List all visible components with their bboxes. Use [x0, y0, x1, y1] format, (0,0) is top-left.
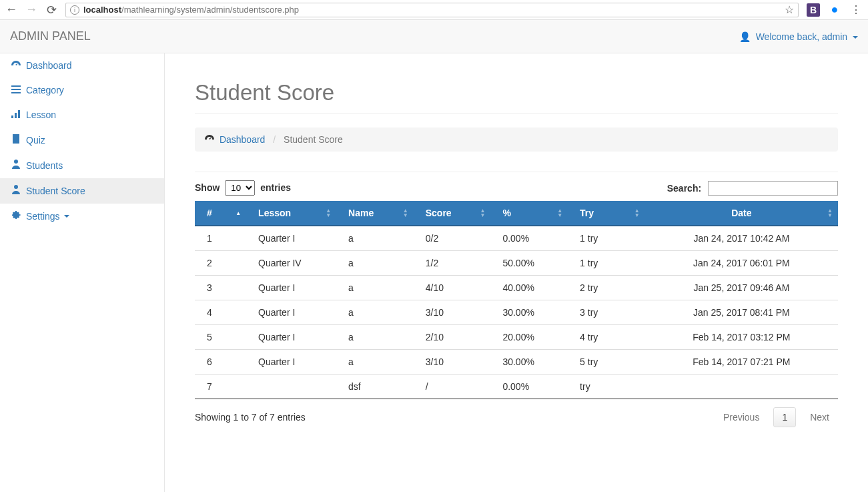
table-header-row: #▲ Lesson▲▼ Name▲▼ Score▲▼ %▲▼ Try▲▼ Dat… — [195, 201, 838, 226]
breadcrumb-home-link[interactable]: Dashboard — [220, 134, 266, 145]
page-length-select[interactable]: 10 — [225, 180, 255, 196]
cell-lesson: Quarter I — [246, 300, 336, 325]
cell-score: 0/2 — [414, 226, 491, 251]
cell-name: a — [336, 251, 414, 276]
chart-icon — [10, 109, 22, 120]
cell-num: 3 — [195, 276, 246, 300]
cell-try: 3 try — [568, 300, 645, 325]
sidebar-item-student-score[interactable]: Student Score — [0, 178, 164, 204]
table-footer: Showing 1 to 7 of 7 entries Previous 1 N… — [195, 407, 838, 427]
col-try[interactable]: Try▲▼ — [568, 201, 645, 226]
sidebar-item-label: Lesson — [26, 109, 56, 120]
cell-name: a — [336, 300, 414, 325]
back-button[interactable]: ← — [5, 3, 17, 17]
user-menu[interactable]: 👤 Welcome back, admin — [739, 31, 858, 42]
cell-num: 7 — [195, 375, 246, 399]
document-icon — [10, 134, 22, 146]
search-control: Search: — [667, 181, 838, 196]
welcome-text: Welcome back, admin — [756, 31, 847, 42]
info-icon[interactable]: i — [70, 5, 79, 15]
col-lesson[interactable]: Lesson▲▼ — [246, 201, 336, 226]
cell-score: / — [414, 375, 491, 399]
table-row: 4Quarter Ia3/1030.00%3 tryJan 25, 2017 0… — [195, 300, 838, 325]
cell-pct: 20.00% — [490, 325, 568, 350]
cell-num: 6 — [195, 350, 246, 375]
next-button[interactable]: Next — [801, 407, 838, 427]
cell-pct: 0.00% — [490, 375, 568, 399]
cell-pct: 50.00% — [490, 251, 568, 276]
sidebar-item-lesson[interactable]: Lesson — [0, 103, 164, 128]
cell-pct: 30.00% — [490, 350, 568, 375]
cell-lesson: Quarter I — [246, 226, 336, 251]
cell-lesson: Quarter I — [246, 325, 336, 350]
table-info: Showing 1 to 7 of 7 entries — [195, 412, 306, 423]
cell-num: 5 — [195, 325, 246, 350]
sidebar-item-settings[interactable]: Settings — [0, 204, 164, 229]
cell-date: Jan 25, 2017 08:41 PM — [645, 300, 838, 325]
sidebar-item-dashboard[interactable]: Dashboard — [0, 53, 164, 78]
table-row: 1Quarter Ia0/20.00%1 tryJan 24, 2017 10:… — [195, 226, 838, 251]
previous-button[interactable]: Previous — [715, 407, 768, 427]
cell-score: 3/10 — [414, 350, 491, 375]
sidebar-item-category[interactable]: Category — [0, 78, 164, 103]
cell-date: Feb 14, 2017 07:21 PM — [645, 350, 838, 375]
cell-pct: 0.00% — [490, 226, 568, 251]
page-title: Student Score — [195, 80, 838, 114]
cell-try: 4 try — [568, 325, 645, 350]
col-score[interactable]: Score▲▼ — [414, 201, 491, 226]
sidebar-item-label: Settings — [26, 211, 60, 222]
col-name[interactable]: Name▲▼ — [336, 201, 414, 226]
cell-name: dsf — [336, 375, 414, 399]
page-1-button[interactable]: 1 — [773, 407, 796, 427]
col-date[interactable]: Date▲▼ — [645, 201, 838, 226]
show-label-post: entries — [260, 182, 291, 193]
sidebar-item-quiz[interactable]: Quiz — [0, 128, 164, 153]
navbar: ADMIN PANEL 👤 Welcome back, admin — [0, 20, 868, 53]
browser-chrome: ← → ⟳ i localhost/mathlearning/system/ad… — [0, 0, 868, 20]
table-row: 7dsf/0.00%try — [195, 375, 838, 399]
bootstrap-extension-icon[interactable]: B — [807, 3, 820, 17]
cell-num: 2 — [195, 251, 246, 276]
cell-name: a — [336, 226, 414, 251]
url-path: /mathlearning/system/admin/studentscore.… — [121, 5, 299, 15]
breadcrumb: Dashboard / Student Score — [195, 128, 838, 152]
main-content: Student Score Dashboard / Student Score … — [165, 53, 868, 492]
cell-lesson: Quarter IV — [246, 251, 336, 276]
list-icon — [10, 85, 22, 95]
forward-button[interactable]: → — [25, 3, 37, 17]
sidebar-item-label: Category — [26, 85, 64, 95]
search-input[interactable] — [708, 181, 838, 196]
length-control: Show 10 entries — [195, 180, 291, 196]
user-icon — [10, 160, 22, 171]
cell-name: a — [336, 350, 414, 375]
cell-date: Jan 25, 2017 09:46 AM — [645, 276, 838, 300]
cell-score: 2/10 — [414, 325, 491, 350]
reload-button[interactable]: ⟳ — [45, 3, 57, 17]
gear-icon — [10, 210, 22, 222]
cell-lesson — [246, 375, 336, 399]
dashboard-icon — [10, 60, 22, 71]
col-percent[interactable]: %▲▼ — [490, 201, 568, 226]
cell-lesson: Quarter I — [246, 276, 336, 300]
cell-score: 4/10 — [414, 276, 491, 300]
cell-pct: 40.00% — [490, 276, 568, 300]
cell-name: a — [336, 325, 414, 350]
sidebar: Dashboard Category Lesson Quiz Students — [0, 53, 165, 492]
cell-try: 2 try — [568, 276, 645, 300]
breadcrumb-separator: / — [273, 134, 276, 145]
sidebar-item-label: Quiz — [26, 135, 45, 146]
col-number[interactable]: #▲ — [195, 201, 246, 226]
cell-try: try — [568, 375, 645, 399]
chrome-menu-icon[interactable]: ⋮ — [849, 3, 863, 17]
messenger-extension-icon[interactable]: ● — [828, 3, 841, 17]
cell-try: 5 try — [568, 350, 645, 375]
caret-down-icon — [853, 36, 858, 39]
cell-try: 1 try — [568, 251, 645, 276]
navbar-brand: ADMIN PANEL — [10, 29, 91, 43]
sidebar-item-label: Students — [26, 160, 63, 171]
url-host: localhost — [83, 5, 121, 15]
url-bar[interactable]: i localhost/mathlearning/system/admin/st… — [65, 3, 799, 17]
sidebar-item-students[interactable]: Students — [0, 153, 164, 178]
bookmark-star-icon[interactable]: ☆ — [785, 3, 794, 16]
cell-pct: 30.00% — [490, 300, 568, 325]
